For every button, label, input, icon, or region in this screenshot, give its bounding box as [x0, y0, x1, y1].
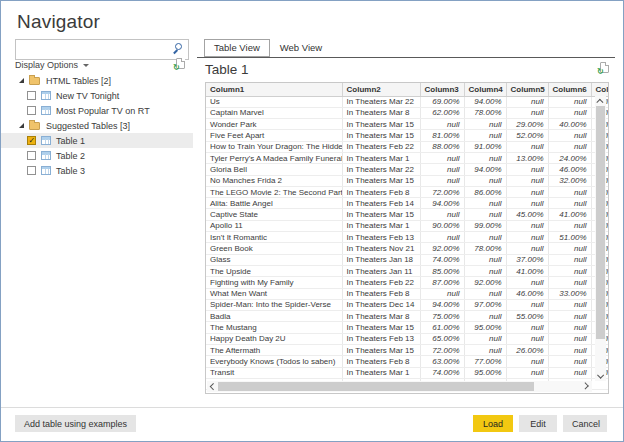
- table-cell: null: [548, 198, 591, 209]
- table-row: Captain MarvelIn Theaters Mar 862.00%78.…: [206, 107, 609, 118]
- checkbox[interactable]: [27, 106, 36, 115]
- display-options-dropdown[interactable]: Display Options: [15, 58, 89, 71]
- load-button[interactable]: Load: [473, 415, 513, 432]
- table-icon: [41, 106, 51, 115]
- table-cell: Glass: [206, 254, 342, 265]
- table-cell: null: [506, 232, 548, 243]
- table-cell: What Men Want: [206, 288, 342, 299]
- scroll-left-button[interactable]: [207, 381, 218, 392]
- table-cell: null: [506, 220, 548, 231]
- table-cell: null: [548, 322, 591, 333]
- tree-folder-suggested-tables[interactable]: Suggested Tables [3]: [1, 118, 193, 133]
- table-cell: No Manches Frida 2: [206, 175, 342, 186]
- checkbox[interactable]: [27, 151, 36, 160]
- table-cell: 46.00%: [506, 288, 548, 299]
- tree-item-table-2[interactable]: Table 2: [1, 148, 193, 163]
- table-cell: 94.00%: [420, 299, 464, 310]
- table-cell: In Theaters Mar 15: [342, 209, 420, 220]
- table-row: Isn't It RomanticIn Theaters Feb 13nulln…: [206, 232, 609, 243]
- table-cell: Five Feet Apart: [206, 130, 342, 141]
- chevron-up-icon: [597, 99, 603, 105]
- tree-folder-html-tables[interactable]: HTML Tables [2]: [1, 73, 193, 88]
- table-cell: 13.00%: [506, 152, 548, 163]
- table-cell: null: [464, 130, 506, 141]
- table-cell: 62.00%: [420, 107, 464, 118]
- checkbox[interactable]: [27, 166, 36, 175]
- vertical-scrollbar[interactable]: [595, 96, 606, 381]
- table-cell: Isn't It Romantic: [206, 232, 342, 243]
- horizontal-scroll-track[interactable]: [218, 382, 581, 391]
- cancel-button[interactable]: Cancel: [563, 415, 607, 432]
- table-cell: 87.00%: [420, 277, 464, 288]
- vertical-scroll-thumb[interactable]: [596, 106, 605, 339]
- table-cell: null: [548, 367, 591, 378]
- tree-item-table-1[interactable]: Table 1: [1, 133, 193, 148]
- table-cell: 24.00%: [548, 152, 591, 163]
- table-cell: null: [420, 175, 464, 186]
- table-cell: null: [420, 232, 464, 243]
- table-cell: null: [506, 186, 548, 197]
- table-cell: Spider-Man: Into the Spider-Verse: [206, 299, 342, 310]
- table-cell: 61.00%: [420, 322, 464, 333]
- table-cell: null: [464, 254, 506, 265]
- table-row: The UpsideIn Theaters Jan 1185.00%null41…: [206, 265, 609, 276]
- header-row: Column1Column2Column3Column4Column5Colum…: [206, 83, 609, 96]
- table-cell: null: [506, 96, 548, 107]
- checkbox[interactable]: [27, 136, 36, 145]
- horizontal-scroll-thumb[interactable]: [218, 382, 534, 391]
- scroll-up-button[interactable]: [595, 96, 606, 106]
- table-cell: 91.00%: [464, 141, 506, 152]
- table-cell: null: [464, 265, 506, 276]
- table-cell: null: [464, 232, 506, 243]
- edit-button[interactable]: Edit: [519, 415, 557, 432]
- table-cell: null: [506, 299, 548, 310]
- search-icon: [175, 43, 182, 50]
- tree-item-table-3[interactable]: Table 3: [1, 163, 193, 178]
- tab-web-view[interactable]: Web View: [270, 39, 332, 57]
- tree-item-label: Table 1: [56, 136, 85, 146]
- checkbox[interactable]: [27, 91, 36, 100]
- preview-table-body: UsIn Theaters Mar 2269.00%94.00%nullnull…: [206, 96, 609, 390]
- table-cell: Everybody Knows (Todos lo saben): [206, 356, 342, 367]
- tree-item-label: Table 3: [56, 166, 85, 176]
- tree-item-new-tv-tonight[interactable]: New TV Tonight: [1, 88, 193, 103]
- table-cell: 95.00%: [464, 322, 506, 333]
- table-cell: null: [506, 333, 548, 344]
- table-row: UsIn Theaters Mar 2269.00%94.00%nullnull…: [206, 96, 609, 107]
- table-cell: null: [420, 164, 464, 175]
- expander-icon[interactable]: [19, 78, 24, 83]
- table-cell: In Theaters Mar 15: [342, 175, 420, 186]
- table-cell: In Theaters Jan 11: [342, 265, 420, 276]
- column-header: Column1: [206, 83, 342, 96]
- table-cell: null: [464, 288, 506, 299]
- table-cell: 94.00%: [464, 164, 506, 175]
- refresh-preview-icon[interactable]: [600, 62, 609, 73]
- table-cell: null: [464, 198, 506, 209]
- preview-tabstrip: Table View Web View: [197, 40, 615, 58]
- table-cell: 88.00%: [420, 141, 464, 152]
- table-row: The AftermathIn Theaters Mar 1572.00%nul…: [206, 345, 609, 356]
- table-row: Fighting with My FamilyIn Theaters Feb 2…: [206, 277, 609, 288]
- tree-item-most-popular-tv[interactable]: Most Popular TV on RT: [1, 103, 193, 118]
- table-cell: 46.00%: [548, 164, 591, 175]
- add-table-using-examples-button[interactable]: Add table using examples: [15, 415, 136, 432]
- table-cell: 95.00%: [464, 367, 506, 378]
- chevron-right-icon: [582, 383, 588, 389]
- tab-table-view[interactable]: Table View: [204, 39, 270, 57]
- table-cell: In Theaters Mar 15: [342, 322, 420, 333]
- table-cell: 41.00%: [548, 209, 591, 220]
- column-header: Column6: [548, 83, 591, 96]
- scroll-down-button[interactable]: [595, 371, 606, 381]
- table-cell: 29.00%: [506, 119, 548, 130]
- table-cell: null: [506, 198, 548, 209]
- scroll-right-button[interactable]: [581, 381, 592, 392]
- table-cell: In Theaters Feb 22: [342, 141, 420, 152]
- refresh-icon[interactable]: [176, 58, 185, 69]
- vertical-scroll-track[interactable]: [596, 106, 605, 371]
- table-cell: null: [506, 243, 548, 254]
- expander-icon[interactable]: [19, 123, 24, 128]
- horizontal-scrollbar[interactable]: [207, 381, 592, 392]
- preview-table-title: Table 1: [205, 62, 249, 77]
- search-input[interactable]: [15, 39, 189, 60]
- table-cell: null: [548, 299, 591, 310]
